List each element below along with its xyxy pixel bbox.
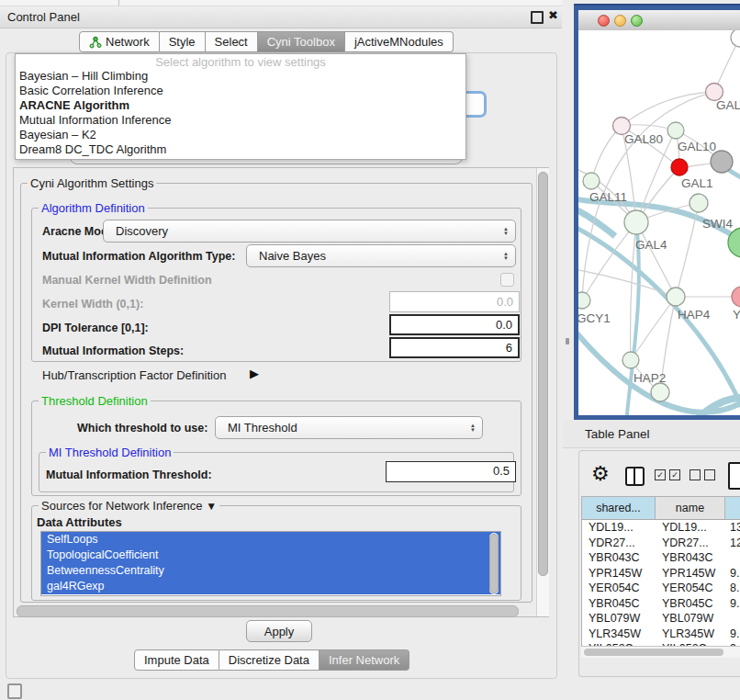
algorithm-dropdown-popup: Select algorithm to view settings Bayesi… — [15, 53, 466, 160]
menu-item-aracne[interactable]: ARACNE Algorithm — [16, 98, 465, 113]
aracne-mode-value: Discovery — [116, 224, 168, 238]
column-header-shared-name[interactable]: shared... — [582, 497, 656, 519]
tab-cyni-toolbox[interactable]: Cyni Toolbox — [258, 31, 345, 52]
network-view-window: GAL GAL80 GAL10 GAL1 GAL11 SWI4 GAL4 GCY… — [574, 4, 740, 420]
updown-arrows-icon: ▲▼ — [503, 227, 509, 236]
mi-steps-field[interactable]: 6 — [389, 337, 520, 358]
node-label: GAL10 — [678, 140, 716, 153]
table-row[interactable]: YER054C YER054C 8. — [582, 581, 740, 596]
node-label: SWI4 — [702, 217, 733, 231]
cyni-algorithm-settings-title: Cyni Algorithm Settings — [28, 176, 156, 190]
which-threshold-label: Which threshold to use: — [77, 422, 207, 435]
network-node-gal11[interactable] — [583, 173, 600, 189]
table-panel-titlebar: Table Panel — [563, 420, 740, 448]
aracne-mode-select[interactable]: Discovery ▲▼ — [103, 220, 516, 243]
table-row[interactable]: YDR27... YDR27... 12 — [582, 536, 740, 551]
tab-network-label: Network — [106, 35, 150, 49]
data-attributes-list[interactable]: SelfLoops TopologicalCoefficient Between… — [40, 531, 501, 596]
table-row[interactable]: YBL079W YBL079W — [582, 611, 740, 627]
network-node-hap2[interactable] — [622, 352, 639, 368]
menu-item-dream8[interactable]: Dream8 DC_TDC Algorithm — [16, 142, 465, 157]
export-table-icon[interactable] — [728, 462, 740, 490]
network-node-gal10[interactable] — [667, 122, 684, 139]
hub-definition-label[interactable]: Hub/Transcription Factor Definition — [42, 368, 226, 382]
network-node-salmon[interactable] — [732, 287, 740, 307]
attributes-list-scrollbar[interactable] — [489, 533, 499, 594]
tab-style[interactable]: Style — [160, 31, 206, 52]
mi-threshold-field[interactable]: 0.5 — [386, 461, 516, 482]
mi-type-value: Naive Bayes — [259, 249, 326, 263]
table-panel-body: ⚙ ✓ ✓ shared... name — [578, 450, 740, 677]
tab-jactivemnodules[interactable]: jActiveMNodules — [345, 31, 454, 52]
kernel-width-label: Kernel Width (0,1): — [42, 298, 143, 310]
control-panel-tabbar: Network Style Select Cyni Toolbox jActiv… — [79, 31, 454, 52]
menu-item-mutual-information[interactable]: Mutual Information Inference — [16, 113, 465, 128]
screen: Control Panel ✖ Network Style Select — [0, 0, 740, 700]
menu-item-bayesian-hill-climbing[interactable]: Bayesian – Hill Climbing — [16, 69, 465, 84]
tab-select[interactable]: Select — [206, 31, 258, 52]
network-window-titlebar[interactable] — [578, 10, 740, 31]
network-node-gal4[interactable] — [624, 210, 648, 234]
menu-item-basic-correlation[interactable]: Basic Correlation Inference — [16, 84, 465, 98]
table-row[interactable]: YLR345W YLR345W 9. — [582, 627, 740, 642]
table-row[interactable]: YPR145W YPR145W 9. — [582, 566, 740, 581]
menu-item-bayesian-k2[interactable]: Bayesian – K2 — [16, 128, 465, 142]
node-label: GAL80 — [624, 132, 663, 146]
mi-threshold-label: Mutual Information Threshold: — [46, 469, 212, 481]
network-node-bottom[interactable] — [651, 383, 669, 401]
tab-infer-network[interactable]: Infer Network — [320, 649, 409, 671]
network-node-hap4[interactable] — [667, 288, 685, 306]
kernel-width-field[interactable]: 0.0 — [389, 291, 520, 312]
network-canvas[interactable]: GAL GAL80 GAL10 GAL1 GAL11 SWI4 GAL4 GCY… — [578, 30, 740, 415]
expanded-arrow-icon[interactable]: ▼ — [206, 500, 217, 513]
updown-arrows-icon: ▲▼ — [503, 252, 509, 261]
apply-button[interactable]: Apply — [246, 620, 312, 642]
manual-kernel-checkbox[interactable] — [500, 273, 514, 287]
float-window-icon[interactable] — [531, 11, 544, 24]
panel-title: Control Panel — [7, 10, 80, 24]
bottom-tabbar: Impute Data Discretize Data Infer Networ… — [134, 649, 409, 671]
which-threshold-value: MI Threshold — [228, 421, 297, 435]
settings-horizontal-scrollbar[interactable] — [17, 605, 519, 617]
table-row[interactable]: YDL19... YDL19... 13 — [582, 520, 740, 536]
list-item-topologicalcoefficient[interactable]: TopologicalCoefficient — [41, 548, 500, 563]
mi-steps-label: Mutual Information Steps: — [42, 344, 184, 357]
network-node-gal1[interactable] — [671, 159, 688, 175]
list-item-betweennesscentrality[interactable]: BetweennessCentrality — [41, 563, 500, 579]
table-horizontal-scrollbar[interactable] — [581, 646, 740, 658]
which-threshold-select[interactable]: MI Threshold ▲▼ — [215, 416, 483, 439]
tab-impute-data[interactable]: Impute Data — [134, 649, 219, 671]
data-attributes-label: Data Attributes — [37, 515, 122, 529]
toolbar-fragment — [0, 0, 562, 6]
table-row[interactable]: YBR045C YBR045C 9. — [582, 596, 740, 612]
collapsed-arrow-icon[interactable]: ▶ — [250, 367, 259, 380]
node-label: HAP2 — [633, 371, 666, 385]
splitpane-divider[interactable] — [562, 0, 574, 700]
close-window-button[interactable] — [598, 15, 610, 27]
network-node-gcy1[interactable] — [578, 292, 590, 309]
toolbar-divider-fragment — [118, 0, 119, 6]
network-node-swi4[interactable] — [690, 194, 708, 212]
dpi-tolerance-label: DPI Tolerance [0,1]: — [42, 322, 149, 334]
control-panel-window: Control Panel ✖ Network Style Select — [0, 0, 562, 680]
dpi-tolerance-field[interactable]: 0.0 — [389, 314, 520, 335]
mi-type-select[interactable]: Naive Bayes ▲▼ — [246, 244, 516, 267]
list-item-gal4rgexp[interactable]: gal4RGexp — [41, 579, 500, 594]
column-header-partial[interactable] — [725, 497, 740, 519]
network-node-gray[interactable] — [711, 151, 733, 173]
settings-vertical-scrollbar[interactable] — [536, 168, 549, 616]
tab-discretize-data[interactable]: Discretize Data — [219, 649, 320, 671]
network-icon — [89, 36, 102, 49]
column-header-name[interactable]: name — [656, 497, 725, 519]
list-item-selfloops[interactable]: SelfLoops — [41, 532, 500, 548]
close-panel-icon[interactable]: ✖ — [548, 8, 558, 22]
network-node-top[interactable] — [731, 30, 740, 47]
minimize-window-button[interactable] — [614, 15, 626, 27]
threshold-definition-title: Threshold Definition — [39, 394, 151, 408]
node-label: GAL11 — [589, 190, 627, 204]
gear-icon[interactable]: ⚙ — [591, 462, 610, 486]
columns-icon[interactable] — [625, 467, 645, 486]
tab-network[interactable]: Network — [79, 31, 160, 52]
table-row[interactable]: YBR043C YBR043C — [582, 550, 740, 566]
zoom-window-button[interactable] — [631, 15, 643, 27]
